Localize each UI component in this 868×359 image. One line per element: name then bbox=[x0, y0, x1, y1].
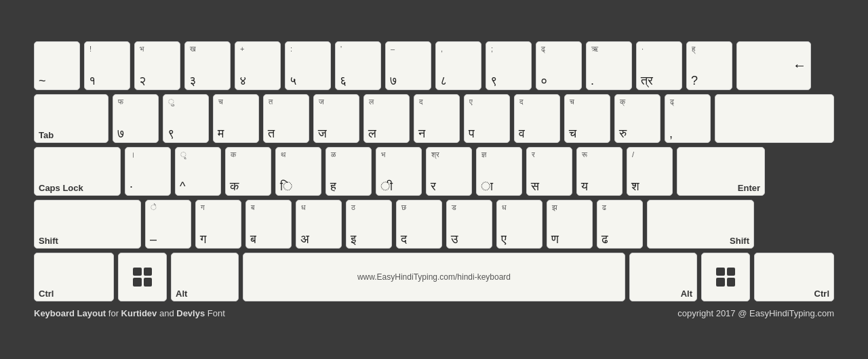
key-l[interactable]: रस bbox=[526, 147, 572, 196]
ctrl-left-key[interactable]: Ctrl bbox=[34, 253, 114, 301]
key-d[interactable]: कक bbox=[225, 147, 271, 196]
enter-key[interactable]: Enter bbox=[677, 147, 765, 196]
key-h[interactable]: भी bbox=[376, 147, 422, 196]
tab-key[interactable]: Tab bbox=[34, 94, 108, 143]
space-label: www.EasyHindiTyping.com/hindi-keyboard bbox=[357, 272, 511, 282]
ctrl-right-key[interactable]: Ctrl bbox=[754, 253, 834, 301]
key-tilde[interactable]: ~ bbox=[34, 41, 80, 90]
key-f[interactable]: थि bbox=[275, 147, 321, 196]
key-semicolon[interactable]: रूय bbox=[576, 147, 623, 196]
key-c[interactable]: बब bbox=[245, 200, 292, 249]
row-shift: Shift े– गग बब धअ ठइ छद डउ धए झण ढढ Shif… bbox=[34, 200, 834, 249]
key-k[interactable]: ज्ञा bbox=[476, 147, 522, 196]
windows-logo-right bbox=[716, 268, 735, 287]
key-j[interactable]: श्रर bbox=[426, 147, 472, 196]
key-t[interactable]: जज bbox=[313, 94, 359, 143]
key-o[interactable]: दव bbox=[514, 94, 560, 143]
key-a[interactable]: ।· bbox=[125, 147, 171, 196]
caps-lock-key[interactable]: Caps Lock bbox=[34, 147, 121, 196]
keyboard-footer: Keyboard Layout for Kurtidev and Devlys … bbox=[34, 308, 834, 318]
row-bottom: Ctrl Alt www.EasyHindiTyping.com/hindi-k… bbox=[34, 253, 834, 301]
key-x[interactable]: गग bbox=[195, 200, 241, 249]
key-quote[interactable]: /श bbox=[627, 147, 673, 196]
key-b[interactable]: ठइ bbox=[346, 200, 392, 249]
key-n[interactable]: छद bbox=[396, 200, 442, 249]
key-4[interactable]: +४ bbox=[235, 41, 281, 90]
alt-left-key[interactable]: Alt bbox=[171, 253, 239, 301]
key-p[interactable]: चच bbox=[564, 94, 610, 143]
keyboard: ~ !१ भ२ ख३ +४ :५ '६ –७ ,८ ;९ ढ्० ऋ. ·त्र… bbox=[34, 41, 834, 318]
key-bracket[interactable]: ह्? bbox=[686, 41, 732, 90]
key-comma[interactable]: धए bbox=[496, 200, 542, 249]
key-m[interactable]: डउ bbox=[446, 200, 492, 249]
key-3[interactable]: ख३ bbox=[184, 41, 231, 90]
key-slash[interactable]: ढढ bbox=[597, 200, 643, 249]
key-g[interactable]: ळह bbox=[326, 147, 372, 196]
key-9[interactable]: ;९ bbox=[486, 41, 532, 90]
key-period[interactable]: झण bbox=[547, 200, 593, 249]
key-6[interactable]: '६ bbox=[335, 41, 381, 90]
footer-left-text: Keyboard Layout for Kurtidev and Devlys … bbox=[34, 308, 225, 318]
key-8[interactable]: ,८ bbox=[435, 41, 481, 90]
key-open-bracket[interactable]: क्रु bbox=[614, 94, 660, 143]
key-7[interactable]: –७ bbox=[385, 41, 431, 90]
footer-right-text: copyright 2017 @ EasyHindiTyping.com bbox=[677, 308, 834, 318]
key-y[interactable]: लल bbox=[363, 94, 410, 143]
row-caps: Caps Lock ।· ृ^ कक थि ळह भी श्रर ज्ञा रस… bbox=[34, 147, 834, 196]
key-1[interactable]: !१ bbox=[84, 41, 130, 90]
key-s[interactable]: ृ^ bbox=[175, 147, 221, 196]
key-u[interactable]: दन bbox=[414, 94, 460, 143]
key-2[interactable]: भ२ bbox=[134, 41, 180, 90]
key-0[interactable]: ढ्० bbox=[536, 41, 582, 90]
windows-logo-left bbox=[133, 268, 152, 287]
shift-right-key[interactable]: Shift bbox=[647, 200, 754, 249]
key-q[interactable]: फ७ bbox=[113, 94, 159, 143]
alt-right-key[interactable]: Alt bbox=[629, 253, 697, 301]
key-i[interactable]: एप bbox=[464, 94, 510, 143]
key-e[interactable]: चम bbox=[213, 94, 259, 143]
key-r[interactable]: तत bbox=[263, 94, 309, 143]
key-backslash[interactable] bbox=[715, 94, 834, 143]
key-z[interactable]: े– bbox=[145, 200, 191, 249]
shift-left-key[interactable]: Shift bbox=[34, 200, 141, 249]
space-key[interactable]: www.EasyHindiTyping.com/hindi-keyboard bbox=[243, 253, 625, 301]
key-w[interactable]: ु९ bbox=[163, 94, 209, 143]
key-equals[interactable]: ·त्र bbox=[636, 41, 682, 90]
win-right-key[interactable] bbox=[701, 253, 750, 301]
key-minus[interactable]: ऋ. bbox=[586, 41, 632, 90]
key-close-bracket[interactable]: ढ्, bbox=[665, 94, 711, 143]
win-left-key[interactable] bbox=[118, 253, 167, 301]
key-5[interactable]: :५ bbox=[285, 41, 331, 90]
backspace-key[interactable]: ← bbox=[736, 41, 811, 90]
key-v[interactable]: धअ bbox=[296, 200, 342, 249]
row-number: ~ !१ भ२ ख३ +४ :५ '६ –७ ,८ ;९ ढ्० ऋ. ·त्र… bbox=[34, 41, 834, 90]
row-tab: Tab फ७ ु९ चम तत जज लल दन एप दव चच क्रु ढ… bbox=[34, 94, 834, 143]
